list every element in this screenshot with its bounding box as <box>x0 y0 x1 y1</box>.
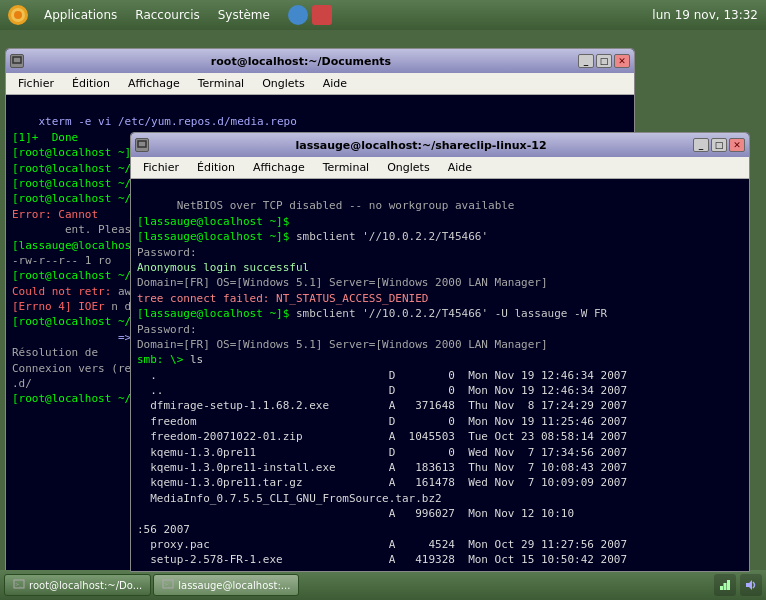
menu-raccourcis[interactable]: Raccourcis <box>127 6 207 24</box>
window-front-maximize[interactable]: □ <box>711 138 727 152</box>
window-back-controls-left <box>10 54 24 68</box>
panel-datetime: lun 19 nov, 13:32 <box>652 8 758 22</box>
network-icon[interactable] <box>714 574 736 596</box>
menu-fichier-front[interactable]: Fichier <box>135 159 187 176</box>
window-back-menubar: Fichier Édition Affichage Terminal Ongle… <box>6 73 634 95</box>
window-front-title: lassauge@localhost:~/shareclip-linux-12 <box>149 139 693 152</box>
menu-affichage-front[interactable]: Affichage <box>245 159 313 176</box>
menu-terminal-back[interactable]: Terminal <box>190 75 253 92</box>
window-front-icon-area <box>135 138 149 152</box>
menu-applications[interactable]: Applications <box>36 6 125 24</box>
terminal-icon-0: >_ <box>13 579 25 591</box>
window-back-close[interactable]: ✕ <box>614 54 630 68</box>
menu-edition-back[interactable]: Édition <box>64 75 118 92</box>
panel-menus: Applications Raccourcis Système <box>36 5 332 25</box>
menu-edition-front[interactable]: Édition <box>189 159 243 176</box>
window-front-menubar: Fichier Édition Affichage Terminal Ongle… <box>131 157 749 179</box>
svg-text:>_: >_ <box>164 581 171 588</box>
window-back-controls: _ □ ✕ <box>578 54 630 68</box>
taskbar-label-1: lassauge@localhost:... <box>178 580 290 591</box>
svg-point-2 <box>14 11 22 19</box>
bottom-panel: >_ root@localhost:~/Do... >_ lassauge@lo… <box>0 570 766 600</box>
taskbar-item-0[interactable]: >_ root@localhost:~/Do... <box>4 574 151 596</box>
window-front-terminal: NetBIOS over TCP disabled -- no workgrou… <box>131 179 749 571</box>
menu-terminal-front[interactable]: Terminal <box>315 159 378 176</box>
menu-systeme[interactable]: Système <box>210 6 278 24</box>
svg-marker-12 <box>746 580 752 590</box>
extra-icon[interactable] <box>312 5 332 25</box>
window-front-titlebar: lassauge@localhost:~/shareclip-linux-12 … <box>131 133 749 157</box>
svg-rect-3 <box>13 57 21 63</box>
window-back-minimize[interactable]: _ <box>578 54 594 68</box>
window-back-titlebar: root@localhost:~/Documents _ □ ✕ <box>6 49 634 73</box>
menu-aide-front[interactable]: Aide <box>440 159 480 176</box>
window-back-icon <box>10 54 24 68</box>
window-front-controls: _ □ ✕ <box>693 138 745 152</box>
window-front-icon <box>135 138 149 152</box>
window-back-title: root@localhost:~/Documents <box>24 55 578 68</box>
window-front: lassauge@localhost:~/shareclip-linux-12 … <box>130 132 750 572</box>
top-panel: Applications Raccourcis Système lun 19 n… <box>0 0 766 30</box>
svg-rect-4 <box>138 141 146 147</box>
panel-logo <box>4 1 32 29</box>
taskbar-item-1[interactable]: >_ lassauge@localhost:... <box>153 574 299 596</box>
svg-rect-9 <box>720 586 723 590</box>
firefox-icon[interactable] <box>288 5 308 25</box>
window-front-minimize[interactable]: _ <box>693 138 709 152</box>
menu-onglets-back[interactable]: Onglets <box>254 75 312 92</box>
svg-text:>_: >_ <box>15 581 22 588</box>
svg-rect-10 <box>724 583 727 590</box>
speaker-icon[interactable] <box>740 574 762 596</box>
menu-onglets-front[interactable]: Onglets <box>379 159 437 176</box>
taskbar-label-0: root@localhost:~/Do... <box>29 580 142 591</box>
window-front-close[interactable]: ✕ <box>729 138 745 152</box>
window-back-maximize[interactable]: □ <box>596 54 612 68</box>
menu-fichier-back[interactable]: Fichier <box>10 75 62 92</box>
taskbar-right <box>714 574 762 596</box>
terminal-icon-1: >_ <box>162 579 174 591</box>
svg-rect-11 <box>727 580 730 590</box>
menu-aide-back[interactable]: Aide <box>315 75 355 92</box>
menu-affichage-back[interactable]: Affichage <box>120 75 188 92</box>
